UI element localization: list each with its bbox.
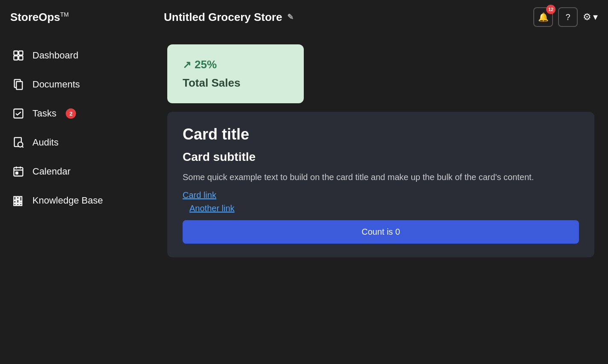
sidebar-item-calendar[interactable]: Calendar: [0, 159, 154, 184]
sidebar-item-documents[interactable]: Documents: [0, 72, 154, 97]
gear-icon: ⚙: [583, 12, 591, 23]
notification-button[interactable]: 🔔 12: [533, 7, 553, 27]
svg-rect-10: [14, 168, 23, 176]
sidebar-item-knowledge-base[interactable]: Knowledge Base: [0, 188, 154, 213]
bell-icon: 🔔: [538, 12, 549, 22]
card-link-1[interactable]: Card link: [183, 190, 579, 200]
edit-icon[interactable]: ✎: [287, 12, 294, 22]
stats-card: ↗ 25% Total Sales: [167, 44, 304, 103]
sidebar-label-tasks: Tasks: [32, 108, 56, 119]
svg-rect-14: [16, 172, 18, 174]
card-link-2[interactable]: Another link: [189, 204, 579, 213]
content-area: ↗ 25% Total Sales Card title Card subtit…: [154, 34, 608, 364]
svg-rect-21: [20, 204, 22, 206]
store-title: Untitled Grocery Store ✎: [164, 11, 533, 24]
svg-rect-0: [14, 51, 18, 55]
notification-badge: 12: [546, 5, 556, 14]
app-logo: StoreOpsTM: [10, 11, 164, 24]
card-subtitle: Card subtitle: [183, 150, 579, 164]
svg-rect-3: [19, 56, 23, 60]
sidebar-item-dashboard[interactable]: Dashboard: [0, 43, 154, 68]
svg-rect-19: [17, 200, 19, 203]
chevron-down-icon: ▾: [593, 12, 598, 23]
question-icon: ?: [565, 12, 570, 22]
svg-rect-23: [20, 197, 22, 201]
count-button[interactable]: Count is 0: [183, 220, 579, 244]
svg-rect-22: [20, 201, 22, 203]
card-links: Card link Another link: [183, 190, 579, 213]
svg-rect-16: [14, 201, 16, 203]
sidebar: Dashboard Documents Tasks 2: [0, 34, 154, 364]
svg-rect-20: [17, 197, 19, 199]
sidebar-label-calendar: Calendar: [32, 166, 70, 177]
svg-rect-18: [17, 204, 19, 206]
svg-rect-17: [14, 197, 16, 200]
trend-up-icon: ↗: [183, 59, 191, 71]
info-card: Card title Card subtitle Some quick exam…: [167, 112, 594, 257]
tasks-icon: [12, 108, 25, 119]
sidebar-item-tasks[interactable]: Tasks 2: [0, 101, 154, 126]
svg-rect-1: [19, 51, 23, 55]
svg-rect-15: [14, 204, 16, 206]
sidebar-item-audits[interactable]: Audits: [0, 130, 154, 155]
audits-icon: [12, 137, 25, 149]
svg-rect-5: [16, 82, 22, 90]
card-text: Some quick example text to build on the …: [183, 171, 579, 183]
card-title: Card title: [183, 125, 579, 143]
main-layout: Dashboard Documents Tasks 2: [0, 34, 608, 364]
sidebar-label-documents: Documents: [32, 79, 80, 90]
tasks-badge: 2: [66, 108, 76, 119]
svg-rect-2: [14, 56, 18, 60]
stats-label: Total Sales: [183, 76, 288, 90]
header-actions: 🔔 12 ? ⚙ ▾: [533, 7, 598, 27]
settings-button[interactable]: ⚙ ▾: [583, 12, 598, 23]
calendar-icon: [12, 166, 25, 178]
dashboard-icon: [12, 50, 25, 61]
help-button[interactable]: ?: [558, 7, 578, 27]
sidebar-label-knowledge-base: Knowledge Base: [32, 195, 103, 206]
svg-line-9: [22, 146, 23, 148]
sidebar-label-dashboard: Dashboard: [32, 50, 79, 61]
knowledge-base-icon: [12, 195, 25, 207]
stats-percentage: ↗ 25%: [183, 58, 288, 71]
documents-icon: [12, 79, 25, 90]
header: StoreOpsTM Untitled Grocery Store ✎ 🔔 12…: [0, 0, 608, 34]
sidebar-label-audits: Audits: [32, 137, 58, 148]
